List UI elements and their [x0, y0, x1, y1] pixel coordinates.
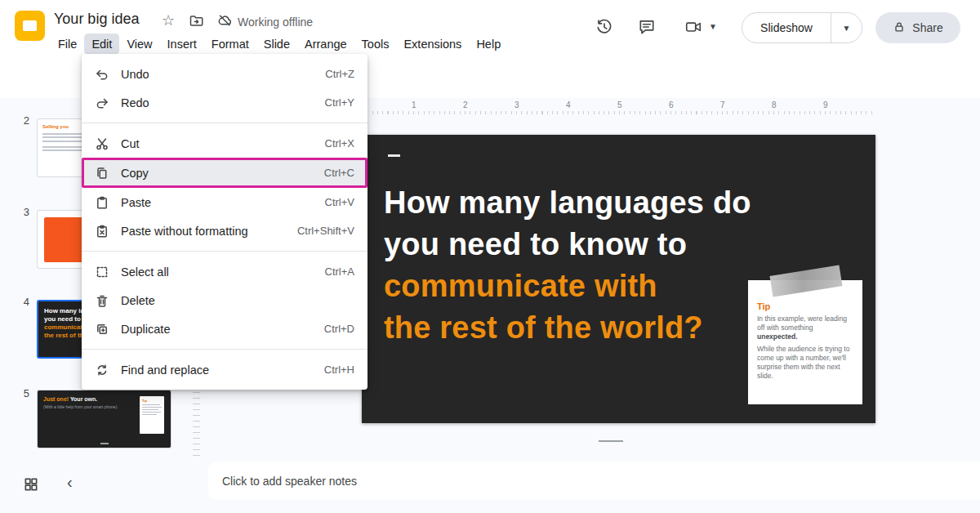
- slide-number: 5: [16, 387, 29, 399]
- heading-line: communicate with: [384, 265, 751, 307]
- share-button[interactable]: Share: [875, 12, 960, 43]
- grid-view-icon[interactable]: [23, 476, 39, 496]
- slide-number: 4: [16, 296, 29, 308]
- duplicate-icon: [95, 322, 109, 337]
- thumb5-tip-card: Tip: [140, 396, 164, 434]
- comments-icon[interactable]: [638, 18, 656, 39]
- menu-file[interactable]: File: [51, 33, 84, 55]
- menu-tools[interactable]: Tools: [354, 33, 397, 55]
- cloud-off-icon: [217, 13, 232, 30]
- ruler-number: 7: [720, 100, 725, 109]
- ruler-number: 8: [772, 100, 777, 109]
- menu-item-cut[interactable]: Cut Ctrl+X: [82, 129, 368, 158]
- menu-item-select-all[interactable]: Select all Ctrl+A: [82, 257, 368, 286]
- tape-graphic: [769, 265, 842, 297]
- slide-heading[interactable]: How many languages do you need to know t…: [384, 182, 751, 349]
- menu-separator: [82, 251, 368, 252]
- menu-format[interactable]: Format: [204, 33, 256, 55]
- slide-thumbnail-5[interactable]: Just one! Your own. (With a little help …: [37, 390, 172, 448]
- offline-status[interactable]: Working offline: [217, 13, 313, 30]
- heading-line: you need to know to: [384, 224, 751, 265]
- canvas-bottom-dash: [599, 440, 623, 442]
- menu-help[interactable]: Help: [469, 33, 508, 55]
- slideshow-button[interactable]: Slideshow: [742, 21, 831, 34]
- horizontal-ruler: 1 2 3 4 5 6 7 8 9: [362, 100, 875, 114]
- collapse-filmstrip-icon[interactable]: ‹: [67, 473, 73, 492]
- share-label: Share: [912, 21, 942, 34]
- tip-card[interactable]: Tip In this example, were leading off wi…: [748, 280, 862, 404]
- menu-item-undo[interactable]: Undo Ctrl+Z: [82, 60, 368, 88]
- version-history-icon[interactable]: [595, 18, 613, 39]
- ruler-number: 5: [617, 100, 622, 109]
- ruler-number: 4: [566, 100, 571, 109]
- menu-view[interactable]: View: [119, 33, 159, 55]
- speaker-notes-bar[interactable]: Click to add speaker notes: [208, 462, 980, 500]
- slide-canvas[interactable]: How many languages do you need to know t…: [362, 135, 875, 423]
- tip-paragraph-2: While the audience is trying to come up …: [757, 345, 853, 381]
- slideshow-split-button: Slideshow ▼: [742, 12, 862, 43]
- menu-item-paste-without-formatting[interactable]: Paste without formatting Ctrl+Shift+V: [82, 216, 368, 245]
- slides-logo-icon[interactable]: [15, 11, 45, 41]
- camera-dropdown-caret-icon[interactable]: ▼: [709, 22, 717, 31]
- paste-without-formatting-icon: [95, 224, 109, 239]
- star-icon[interactable]: ☆: [162, 11, 175, 29]
- meet-camera-icon[interactable]: [684, 18, 702, 39]
- menu-item-find-and-replace[interactable]: Find and replace Ctrl+H: [82, 355, 368, 384]
- slide-dash-placeholder: [388, 154, 400, 157]
- heading-line: the rest of the world?: [384, 307, 751, 349]
- paste-icon: [95, 195, 109, 210]
- ruler-number: 2: [463, 100, 468, 109]
- menu-arrange[interactable]: Arrange: [297, 33, 354, 55]
- ruler-number: 1: [412, 100, 416, 109]
- menu-separator: [82, 349, 368, 350]
- offline-label: Working offline: [238, 16, 313, 29]
- tip-title: Tip: [757, 301, 853, 311]
- ruler-number: 3: [514, 100, 519, 109]
- find-replace-icon: [95, 363, 109, 377]
- menu-insert[interactable]: Insert: [160, 33, 204, 55]
- heading-line: How many languages do: [384, 182, 751, 224]
- copy-icon: [95, 166, 109, 181]
- tip-paragraph-1: In this example, were leading off with s…: [757, 314, 853, 341]
- select-all-icon: [95, 265, 109, 279]
- menu-item-duplicate[interactable]: Duplicate Ctrl+D: [82, 314, 368, 343]
- menu-slide[interactable]: Slide: [256, 33, 297, 55]
- menu-item-paste[interactable]: Paste Ctrl+V: [82, 188, 368, 216]
- menu-extensions[interactable]: Extensions: [396, 33, 469, 55]
- menu-item-delete[interactable]: Delete: [82, 286, 368, 314]
- document-title[interactable]: Your big idea: [54, 11, 139, 28]
- redo-icon: [95, 96, 109, 110]
- edit-dropdown-menu: Undo Ctrl+Z Redo Ctrl+Y Cut Ctrl+X Copy …: [82, 54, 368, 390]
- move-folder-icon[interactable]: [189, 13, 203, 31]
- slideshow-dropdown-caret[interactable]: ▼: [831, 13, 862, 42]
- ruler-number: 6: [669, 100, 674, 109]
- google-slides-app: Your big idea ☆ Working offline File Edi…: [0, 0, 980, 513]
- menu-separator: [82, 123, 368, 123]
- menu-item-redo[interactable]: Redo Ctrl+Y: [82, 88, 368, 117]
- cut-icon: [95, 136, 109, 151]
- slide-number: 2: [16, 114, 29, 127]
- menu-bar: File Edit View Insert Format Slide Arran…: [51, 33, 508, 55]
- ruler-number: 9: [823, 100, 828, 109]
- menu-item-copy-highlighted[interactable]: Copy Ctrl+C: [82, 158, 368, 188]
- undo-icon: [95, 67, 109, 82]
- speaker-notes-placeholder: Click to add speaker notes: [222, 475, 357, 488]
- lock-icon: [893, 20, 906, 36]
- slide-number: 3: [16, 206, 29, 218]
- menu-edit[interactable]: Edit: [84, 33, 119, 55]
- delete-icon: [95, 293, 109, 308]
